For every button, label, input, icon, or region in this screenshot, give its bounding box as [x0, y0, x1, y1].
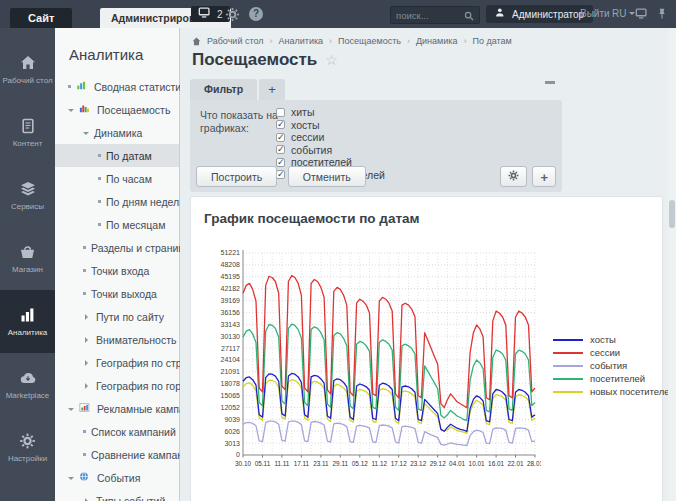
language-selector[interactable]: RU: [612, 8, 635, 19]
menu-item-by-month[interactable]: По месяцам: [55, 213, 179, 236]
filter-checkbox-row[interactable]: хосты: [276, 119, 385, 132]
menu-item-attention[interactable]: Внимательность: [55, 328, 179, 351]
collapse-arrow-icon[interactable]: [83, 132, 89, 138]
legend-line-swatch: [553, 339, 583, 341]
search-icon[interactable]: [464, 9, 476, 27]
legend-row: события: [553, 359, 675, 372]
favorite-star-icon[interactable]: ☆: [325, 52, 338, 68]
filter-tab[interactable]: Фильтр: [190, 79, 257, 100]
menu-item-geo-countries[interactable]: География по странам: [55, 351, 179, 374]
logout-link[interactable]: Выйти: [580, 8, 610, 19]
checkbox-checked-icon[interactable]: [276, 133, 285, 142]
breadcrumb-item[interactable]: Рабочий стол: [207, 36, 264, 46]
breadcrumb-item[interactable]: По датам: [472, 36, 511, 46]
menu-item-summary-stats[interactable]: Сводная статистика: [55, 75, 179, 98]
legend-line-swatch: [553, 378, 583, 380]
filter-checkbox-row[interactable]: события: [276, 144, 385, 157]
rail-item-content[interactable]: Контент: [0, 101, 55, 164]
menu-item-sections-pages[interactable]: Разделы и страницы: [55, 236, 179, 259]
menu-item-campaign-list[interactable]: Список кампаний: [55, 420, 179, 443]
desktop-view-icon[interactable]: [634, 6, 650, 22]
site-tab[interactable]: Сайт: [10, 8, 72, 28]
filter-settings-button[interactable]: [500, 166, 527, 187]
help-icon[interactable]: ?: [248, 6, 264, 22]
expand-arrow-icon[interactable]: [85, 360, 91, 366]
bullet-icon: [98, 200, 101, 203]
svg-text:29.12: 29.12: [430, 460, 446, 467]
current-user-label: Администратор: [512, 9, 584, 20]
svg-text:6026: 6026: [224, 428, 240, 435]
current-user-button[interactable]: Администратор: [486, 5, 593, 23]
menu-item-dynamics[interactable]: Динамика: [55, 121, 179, 144]
menu-item-by-date[interactable]: По датам: [55, 144, 179, 167]
filter-collapse-icon[interactable]: [545, 81, 555, 84]
notifications-monitor-icon: [198, 6, 212, 22]
add-field-button[interactable]: +: [532, 166, 556, 187]
menu-item-campaign-compare[interactable]: Сравнение кампаний: [55, 443, 179, 466]
build-button[interactable]: Построить: [196, 166, 277, 187]
collapse-arrow-icon[interactable]: [68, 109, 74, 115]
search-input[interactable]: [391, 7, 469, 23]
menu-item-event-types[interactable]: Типы событий: [55, 489, 179, 501]
menu-item-site-paths[interactable]: Пути по сайту: [55, 305, 179, 328]
visits-icon: [79, 104, 92, 116]
bullet-icon: [68, 85, 71, 88]
menu-item-label: Точки входа: [91, 265, 149, 277]
gear-icon[interactable]: [224, 6, 240, 22]
expand-arrow-icon[interactable]: [85, 498, 91, 501]
bullet-icon: [83, 246, 86, 249]
rail-item-label: Рабочий стол: [2, 76, 52, 85]
services-icon: [18, 180, 38, 198]
menu-item-label: Типы событий: [96, 495, 165, 501]
legend-row: посетителей: [553, 372, 675, 385]
rail-item-desktop[interactable]: Рабочий стол: [0, 38, 55, 101]
events-icon: [79, 472, 92, 484]
filter-checkbox-row[interactable]: сессии: [276, 131, 385, 144]
svg-text:30.10: 30.10: [235, 460, 251, 467]
svg-text:9039: 9039: [224, 416, 240, 423]
rail-item-analytics[interactable]: Аналитика: [0, 290, 55, 353]
breadcrumb-item[interactable]: Аналитика: [279, 36, 324, 46]
svg-text:12052: 12052: [221, 404, 241, 411]
pin-icon[interactable]: [654, 6, 670, 22]
menu-item-by-weekday[interactable]: По дням недели: [55, 190, 179, 213]
expand-arrow-icon[interactable]: [85, 383, 91, 389]
bullet-icon: [83, 269, 86, 272]
expand-arrow-icon[interactable]: [85, 314, 91, 320]
rail-item-settings[interactable]: Настройки: [0, 416, 55, 479]
legend-label: посетителей: [590, 373, 645, 384]
breadcrumb-item[interactable]: Динамика: [416, 36, 457, 46]
cancel-button[interactable]: Отменить: [288, 166, 366, 187]
checkbox-checked-icon[interactable]: [276, 145, 285, 154]
collapse-arrow-icon[interactable]: [68, 477, 74, 483]
svg-text:24104: 24104: [221, 356, 241, 363]
page-title-text: Посещаемость: [192, 50, 317, 70]
menu-item-label: По часам: [106, 173, 152, 185]
svg-text:15065: 15065: [221, 392, 241, 399]
question-mark: ?: [249, 7, 263, 21]
menu-item-exit-points[interactable]: Точки выхода: [55, 282, 179, 305]
svg-text:28.01: 28.01: [527, 460, 541, 467]
expand-arrow-icon[interactable]: [85, 337, 91, 343]
checkbox-label: сессии: [291, 131, 324, 143]
content-area: Рабочий стол›Аналитика›Посещаемость›Дина…: [180, 28, 676, 501]
checkbox-checked-icon[interactable]: [276, 120, 285, 129]
rail-item-marketplace[interactable]: Marketplace: [0, 353, 55, 416]
menu-item-events[interactable]: События: [55, 466, 179, 489]
menu-item-label: Список кампаний: [91, 426, 176, 438]
menu-item-geo-cities[interactable]: География по городам: [55, 374, 179, 397]
menu-item-by-hour[interactable]: По часам: [55, 167, 179, 190]
checkbox-unchecked-icon[interactable]: [276, 108, 285, 117]
filter-checkbox-row[interactable]: хиты: [276, 106, 385, 119]
breadcrumb-item[interactable]: Посещаемость: [338, 36, 401, 46]
menu-item-entry-points[interactable]: Точки входа: [55, 259, 179, 282]
menu-item-visits[interactable]: Посещаемость: [55, 98, 179, 121]
scrollbar-track: [668, 28, 676, 501]
scrollbar-thumb[interactable]: [669, 200, 675, 228]
rail-item-store[interactable]: Магазин: [0, 227, 55, 290]
collapse-arrow-icon[interactable]: [68, 408, 74, 414]
menu-item-ad-campaigns[interactable]: Рекламные кампании: [55, 397, 179, 420]
bullet-icon: [83, 453, 86, 456]
add-filter-tab[interactable]: +: [259, 79, 285, 100]
rail-item-services[interactable]: Сервисы: [0, 164, 55, 227]
